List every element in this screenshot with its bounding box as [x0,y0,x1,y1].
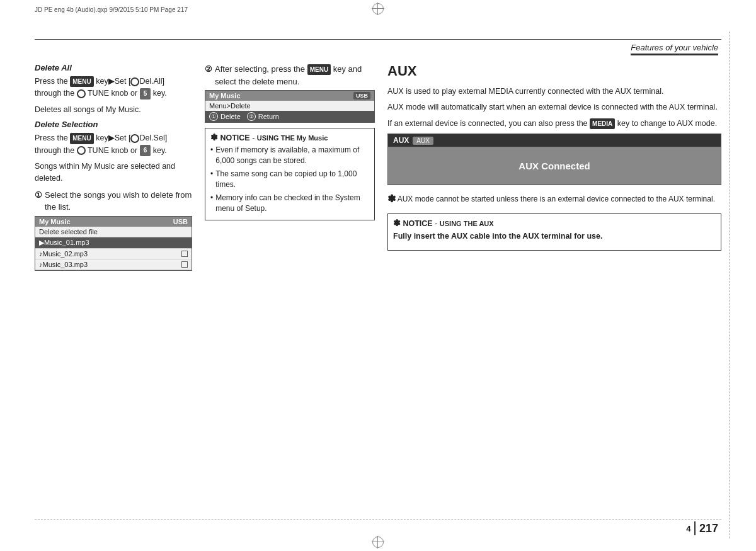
file-info: JD PE eng 4b (Audio).qxp 9/9/2015 5:10 P… [35,6,188,13]
step-num-1: ① [35,189,42,213]
delete-screen: My Music USB Menu>Delete ① Delete ② Retu… [205,90,375,123]
step-num-2: ② [205,63,212,88]
delete-all-title: Delete All [35,63,192,72]
notice-star: ✽ [210,132,218,142]
delete-all-body: Press the MENU key▶Set [Del.All] through… [35,76,192,100]
delete-selection-body: Press the MENU key▶Set [Del.Sel] through… [35,132,192,157]
screen2-delete-row: ① Delete ② Return [205,111,374,122]
bullet-2: • [210,169,213,191]
file-list-row-4: ♪Music_03.mp3 [35,259,192,270]
chapter-number: 4 [686,524,690,533]
notice-title: ✽ NOTICE - USING THE My Music [210,132,369,142]
notice-dash: - [252,133,257,142]
notice-item-3: • Memory info can be checked in the Syst… [210,193,369,215]
footer-pagination: 4 217 [686,521,718,535]
tune-icon-4 [77,146,86,155]
tune-icon-2 [77,89,86,98]
tune-text: TUNE knob [88,146,129,155]
del-all-label: Del.All] [139,77,164,86]
checkbox-2 [181,251,188,257]
delete-option: Delete [220,113,241,120]
aux-para-2: AUX mode will automatically start when a… [387,101,721,113]
aux-para-3-text1: If an external device is connected, you … [387,119,588,128]
checkbox-3 [181,261,188,268]
file-list-screen: My Music USB Delete selected file ▶Music… [35,216,192,271]
num-badge-5: 5 [140,88,151,99]
aux-screen-label: AUX [393,136,409,145]
return-option: Return [258,113,279,120]
header-line [35,39,721,40]
aux-notice-dash: - [435,219,440,228]
page-number: 217 [699,522,718,535]
menu-key-badge-2: MENU [70,133,93,144]
file-list-row-1: Delete selected file [35,227,192,237]
aux-screen-header: AUX AUX [388,134,721,147]
bullet-1: • [210,145,213,167]
aux-notice-box: ✽ NOTICE - USING THE AUX Fully insert th… [387,213,721,251]
middle-column: ② After selecting, press the MENU key an… [198,63,381,513]
music-03-label: ♪Music_03.mp3 [39,261,88,268]
notice-cap: USING THE My Music [257,134,328,142]
aux-screen: AUX AUX AUX Connected [387,133,721,185]
aux-note-star: ✽ [387,193,396,204]
aux-notice-star: ✽ [393,218,401,228]
features-header: Features of your vehicle [631,43,718,55]
music-01-label: ▶Music_01.mp3 [39,239,89,247]
step-2-text: After selecting, press the MENU key and … [215,63,375,88]
file-list-row-3: ♪Music_02.mp3 [35,249,192,259]
aux-notice-word: NOTICE [403,219,432,228]
circle-2: ② [247,112,256,121]
aux-connected-text: AUX Connected [518,161,590,171]
aux-para-1: AUX is used to play external MEDIA curre… [387,86,721,98]
num-badge-6: 6 [140,145,151,156]
media-badge: MEDIA [590,118,615,130]
file-list-title: My Music [39,218,71,225]
notice-item-2-text: The same song can be copied up to 1,000 … [215,169,369,191]
circle-1: ① [209,112,218,121]
menu-key-badge-3: MENU [307,64,331,75]
screen2-header: My Music USB [205,91,374,101]
aux-screen-body: AUX Connected [388,147,721,185]
tune-icon-3 [130,134,139,143]
usb-badge-2: USB [353,92,370,99]
notice-item-3-text: Memory info can be checked in the System… [215,193,369,215]
aux-para-3: If an external device is connected, you … [387,118,721,130]
step-2: ② After selecting, press the MENU key an… [205,63,375,88]
aux-note-text: AUX mode cannot be started unless there … [398,195,715,203]
delete-all-desc: Deletes all songs of My Music. [35,104,192,116]
tune-icon-1 [130,77,139,86]
aux-notice-text: Fully insert the AUX cable into the AUX … [393,230,716,242]
checkbox-1 [181,239,188,246]
del-sel-label: Del.Sel] [139,133,167,142]
aux-notice-title: ✽ NOTICE - USING THE AUX [393,218,716,228]
screen2-title: My Music [209,92,241,99]
footer-line [35,519,721,520]
reg-mark-bottom [372,536,384,548]
aux-notice-cap: USING THE AUX [440,220,494,227]
right-column: AUX AUX is used to play external MEDIA c… [381,63,721,513]
page-divider [694,521,696,535]
content-area: Delete All Press the MENU key▶Set [Del.A… [35,63,721,513]
notice-item-1-text: Even if memory is available, a maximum o… [215,145,369,167]
right-dashed-line [729,31,730,538]
aux-para-3-text2: key to change to AUX mode. [617,119,717,128]
notice-item-1: • Even if memory is available, a maximum… [210,145,369,167]
usb-badge-1: USB [173,218,188,225]
file-list-row-2: ▶Music_01.mp3 [35,237,192,249]
screen2-breadcrumb: Menu>Delete [205,101,374,111]
notice-box: ✽ NOTICE - USING THE My Music • Even if … [205,128,375,220]
file-list-header: My Music USB [35,217,192,227]
left-column: Delete All Press the MENU key▶Set [Del.A… [35,63,198,513]
reg-mark-top [372,3,384,15]
delete-selection-desc: Songs within My Music are selected and d… [35,161,192,185]
aux-note-1: ✽ AUX mode cannot be started unless ther… [387,191,721,207]
menu-key-badge-1: MENU [70,76,93,88]
aux-screen-badge: AUX [413,137,433,145]
step-1: ① Select the songs you wish to delete fr… [35,189,192,213]
music-02-label: ♪Music_02.mp3 [39,250,88,258]
notice-item-2: • The same song can be copied up to 1,00… [210,169,369,191]
breadcrumb-label: Menu>Delete [209,102,251,110]
delete-selection-title: Delete Selection [35,120,192,129]
notice-word: NOTICE [220,133,249,142]
aux-title: AUX [387,63,721,79]
